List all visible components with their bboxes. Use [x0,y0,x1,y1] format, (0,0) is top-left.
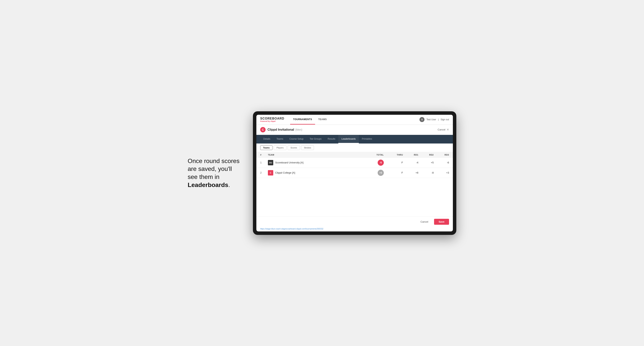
total-cell-1: -5 [361,160,384,166]
rd2-2: -8 [418,171,434,174]
rank-1: 1 [260,161,268,164]
tablet-device: SCOREBOARD Powered by clippd TOURNAMENTS… [253,111,456,235]
modal-footer: Cancel Save [256,216,453,227]
user-name: Test User [426,118,436,121]
score-badge-1: -5 [378,160,384,166]
team-name-1: Scoreboard University [A] [275,161,304,164]
nav-links: TOURNAMENTS TEAMS [290,115,330,125]
tab-results[interactable]: Results [324,135,338,144]
separator: | [438,118,439,121]
save-button[interactable]: Save [434,219,449,225]
rd2-1: +5 [418,161,434,164]
team-logo-2: C [268,170,273,175]
thru-2: F [384,171,403,174]
tab-printables[interactable]: Printables [359,135,375,144]
table-row: 2 C Clippd College [A] +3 F +8 -8 +3 [256,168,453,178]
tablet-screen: SCOREBOARD Powered by clippd TOURNAMENTS… [256,115,453,231]
url-bar: https://stage-blue-coach.stagescoarboard… [256,227,453,231]
col-rd2: RD2 [418,154,434,156]
rd3-1: -6 [434,161,449,164]
tournament-name: Clippd Invitational [268,128,294,131]
rank-2: 2 [260,171,268,174]
tab-tee-groups[interactable]: Tee Groups [306,135,324,144]
sub-tab-teams[interactable]: Teams [260,145,272,150]
team-logo-1: SU [268,160,273,165]
nav-bar: SCOREBOARD Powered by clippd TOURNAMENTS… [256,115,453,125]
rd1-1: -4 [403,161,418,164]
nav-link-tournaments[interactable]: TOURNAMENTS [290,115,315,125]
page-wrapper: Once round scores are saved, you'll see … [188,111,456,235]
sub-tab-scores[interactable]: Scores [288,145,300,150]
col-total: TOTAL [361,154,384,156]
tabs-bar: Details Teams Course Setup Tee Groups Re… [256,135,453,144]
rd3-2: +3 [434,171,449,174]
col-rank: # [260,154,268,156]
sub-tab-players[interactable]: Players [274,145,286,150]
leaderboard-table: # TEAM TOTAL THRU RD1 RD2 RD3 1 SU Score… [256,152,453,201]
tab-course-setup[interactable]: Course Setup [286,135,306,144]
nav-right: S Test User | Sign out [420,117,449,122]
col-team: TEAM [268,154,361,156]
score-badge-2: +3 [378,170,384,176]
tab-details[interactable]: Details [260,135,274,144]
tournament-icon: C [260,127,266,132]
rd1-2: +8 [403,171,418,174]
sidebar-text: Once round scores are saved, you'll see … [188,157,242,189]
sidebar-text-bold: Leaderboards [188,181,228,188]
cancel-button-footer[interactable]: Cancel [416,219,432,225]
sub-tabs-bar: Teams Players Scores Strokes [256,144,453,152]
sidebar-text-part1: Once round scores are saved, you'll see … [188,158,240,180]
table-row: 1 SU Scoreboard University [A] -5 F -4 +… [256,158,453,168]
col-rd1: RD1 [403,154,418,156]
tab-teams[interactable]: Teams [274,135,286,144]
logo-area: SCOREBOARD Powered by clippd [260,117,284,122]
thru-1: F [384,161,403,164]
col-rd3: RD3 [434,154,449,156]
user-avatar: S [420,117,424,122]
team-cell-1: SU Scoreboard University [A] [268,160,361,165]
team-cell-2: C Clippd College [A] [268,170,361,175]
total-cell-2: +3 [361,170,384,176]
empty-space [256,178,453,201]
team-name-2: Clippd College [A] [275,171,295,174]
logo-title: SCOREBOARD [260,117,284,120]
col-thru: THRU [384,154,403,156]
logo-subtitle: Powered by clippd [260,120,284,122]
tournament-header: C Clippd Invitational (Men) Cancel ✕ [256,125,453,135]
close-icon: ✕ [446,128,449,131]
sidebar-text-end: . [228,181,230,188]
sign-out-link[interactable]: Sign out [440,118,449,121]
sub-tab-strokes[interactable]: Strokes [301,145,314,150]
table-header: # TEAM TOTAL THRU RD1 RD2 RD3 [256,152,453,158]
nav-link-teams[interactable]: TEAMS [315,115,330,125]
cancel-button-header[interactable]: Cancel ✕ [438,128,449,131]
tournament-gender: (Men) [295,128,302,131]
tab-leaderboards[interactable]: Leaderboards [338,135,359,144]
